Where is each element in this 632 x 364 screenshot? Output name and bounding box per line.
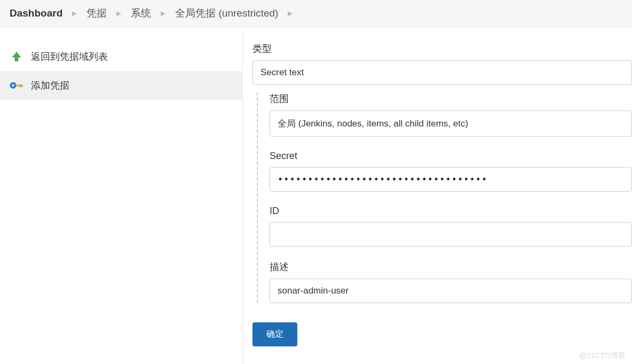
svg-rect-2 [15, 85, 22, 86]
svg-rect-3 [20, 85, 21, 88]
secret-input[interactable] [270, 167, 632, 192]
watermark: @51CTO博客 [579, 351, 626, 361]
field-scope: 范围 全局 (Jenkins, nodes, items, all child … [270, 92, 632, 137]
main-content: 类型 Secret text 范围 全局 (Jenkins, nodes, it… [243, 27, 632, 364]
credential-fields: 范围 全局 (Jenkins, nodes, items, all child … [257, 92, 632, 303]
breadcrumb-dashboard[interactable]: Dashboard [10, 7, 62, 19]
secret-label: Secret [270, 151, 632, 162]
sidebar-item-add-credential[interactable]: 添加凭据 [0, 71, 242, 100]
field-description: 描述 [270, 260, 632, 303]
sidebar: 返回到凭据域列表 添加凭据 [0, 27, 243, 364]
breadcrumb-system[interactable]: 系统 [131, 6, 151, 20]
field-secret: Secret [270, 151, 632, 192]
sidebar-item-label: 添加凭据 [31, 79, 69, 92]
description-label: 描述 [270, 260, 632, 273]
submit-button[interactable]: 确定 [252, 322, 297, 346]
scope-label: 范围 [270, 92, 632, 105]
breadcrumb-credentials[interactable]: 凭据 [86, 6, 107, 20]
id-label: ID [270, 205, 632, 217]
sidebar-item-back[interactable]: 返回到凭据域列表 [0, 42, 242, 71]
svg-point-1 [12, 84, 14, 86]
chevron-right-icon: ▶ [116, 10, 121, 17]
breadcrumb: Dashboard ▶ 凭据 ▶ 系统 ▶ 全局凭据 (unrestricted… [0, 0, 632, 27]
main-layout: 返回到凭据域列表 添加凭据 类型 Secret text 范围 全局 (Jenk… [0, 27, 632, 364]
field-id: ID [270, 205, 632, 247]
svg-rect-4 [21, 85, 22, 88]
description-input[interactable] [270, 279, 632, 303]
type-select[interactable]: Secret text [252, 60, 632, 85]
arrow-up-icon [10, 50, 23, 64]
id-input[interactable] [270, 222, 632, 247]
scope-select[interactable]: 全局 (Jenkins, nodes, items, all child ite… [270, 110, 632, 137]
field-type: 类型 Secret text [252, 42, 632, 85]
key-icon [10, 78, 23, 92]
sidebar-item-label: 返回到凭据域列表 [31, 50, 108, 63]
chevron-right-icon: ▶ [72, 10, 77, 17]
chevron-right-icon: ▶ [288, 10, 293, 17]
chevron-right-icon: ▶ [161, 10, 165, 17]
type-label: 类型 [252, 42, 632, 55]
breadcrumb-global-creds[interactable]: 全局凭据 (unrestricted) [175, 6, 278, 20]
